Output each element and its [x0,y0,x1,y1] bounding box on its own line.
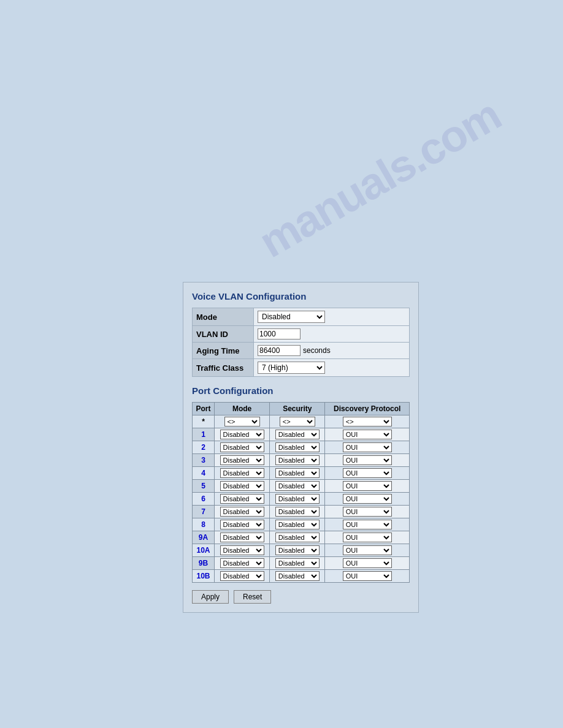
button-row: Apply Reset [192,590,410,604]
table-row: 8 DisabledEnabled DisabledEnabled OUILLD… [193,518,410,531]
mode-select[interactable]: Disabled Enabled [258,311,325,323]
port-security-select[interactable]: DisabledEnabled [275,468,320,478]
port-discovery-select[interactable]: OUILLDPBoth [343,455,392,465]
port-discovery-select[interactable]: OUILLDPBoth [343,571,392,581]
watermark-text: manuals.com [251,89,508,267]
port-security-select[interactable]: DisabledEnabled [275,533,320,542]
aging-time-wrapper: seconds [258,345,405,356]
wildcard-security-select[interactable]: <> Disabled Enabled [280,417,315,427]
port-security-select[interactable]: DisabledEnabled [275,481,320,491]
port-discovery-select[interactable]: OUILLDPBoth [343,545,392,555]
port-discovery-select[interactable]: OUILLDPBoth [343,468,392,478]
table-row: 5 DisabledEnabled DisabledEnabled OUILLD… [193,480,410,493]
traffic-class-select[interactable]: 0 (Low) 1 2 3 4 5 6 7 (High) [258,362,325,374]
port-cell: 4 [193,467,215,480]
port-cell: 7 [193,506,215,518]
port-cell: 8 [193,518,215,531]
col-port: Port [193,403,215,415]
col-discovery: Discovery Protocol [325,403,410,415]
table-row: 7 DisabledEnabled DisabledEnabled OUILLD… [193,506,410,518]
port-discovery-select[interactable]: OUILLDPBoth [343,520,392,529]
table-row: 1 DisabledEnabled DisabledEnabled OUILLD… [193,428,410,441]
voice-vlan-config-table: Mode Disabled Enabled VLAN ID Aging Time… [192,308,410,377]
port-cell: 5 [193,480,215,493]
wildcard-discovery-select[interactable]: <> OUI LLDP Both [343,417,392,427]
port-discovery-select[interactable]: OUILLDPBoth [343,481,392,491]
mode-label: Mode [193,308,254,326]
port-config-title: Port Configuration [192,385,410,396]
port-cell: 10B [193,570,215,583]
table-row: 4 DisabledEnabled DisabledEnabled OUILLD… [193,467,410,480]
port-security-select[interactable]: DisabledEnabled [275,430,320,439]
reset-button[interactable]: Reset [234,590,271,604]
aging-time-input[interactable] [258,345,301,356]
port-discovery-select[interactable]: OUILLDPBoth [343,442,392,452]
port-cell: 9A [193,531,215,544]
traffic-class-label: Traffic Class [193,359,254,377]
aging-time-row: Aging Time seconds [193,343,410,359]
table-row: 9A DisabledEnabled DisabledEnabled OUILL… [193,531,410,544]
table-row: 9B DisabledEnabled DisabledEnabled OUILL… [193,557,410,570]
table-row: 10A DisabledEnabled DisabledEnabled OUIL… [193,544,410,557]
port-discovery-select[interactable]: OUILLDPBoth [343,430,392,439]
main-container: Voice VLAN Configuration Mode Disabled E… [183,282,419,613]
wildcard-mode-select[interactable]: <> Disabled Enabled [224,417,260,427]
col-mode: Mode [215,403,270,415]
port-security-select[interactable]: DisabledEnabled [275,455,320,465]
mode-row: Mode Disabled Enabled [193,308,410,326]
port-mode-select[interactable]: DisabledEnabled [220,430,264,439]
port-cell: 9B [193,557,215,570]
wildcard-port-cell: * [193,415,215,428]
voice-vlan-title: Voice VLAN Configuration [192,291,410,301]
port-security-select[interactable]: DisabledEnabled [275,520,320,529]
port-mode-select[interactable]: DisabledEnabled [220,545,264,555]
port-security-select[interactable]: DisabledEnabled [275,545,320,555]
col-security: Security [270,403,325,415]
port-discovery-select[interactable]: OUILLDPBoth [343,507,392,517]
port-security-select[interactable]: DisabledEnabled [275,558,320,568]
table-row: 6 DisabledEnabled DisabledEnabled OUILLD… [193,493,410,506]
port-cell: 10A [193,544,215,557]
seconds-label: seconds [303,346,331,355]
port-security-select[interactable]: DisabledEnabled [275,507,320,517]
port-mode-select[interactable]: DisabledEnabled [220,468,264,478]
port-mode-select[interactable]: DisabledEnabled [220,455,264,465]
vlan-id-row: VLAN ID [193,326,410,343]
port-mode-select[interactable]: DisabledEnabled [220,571,264,581]
port-mode-select[interactable]: DisabledEnabled [220,533,264,542]
vlan-id-label: VLAN ID [193,326,254,343]
aging-time-label: Aging Time [193,343,254,359]
port-mode-select[interactable]: DisabledEnabled [220,494,264,504]
port-config-table: Port Mode Security Discovery Protocol * … [192,402,410,583]
port-cell: 2 [193,441,215,454]
port-mode-select[interactable]: DisabledEnabled [220,481,264,491]
port-security-select[interactable]: DisabledEnabled [275,442,320,452]
port-cell: 1 [193,428,215,441]
port-cell: 3 [193,454,215,467]
port-mode-select[interactable]: DisabledEnabled [220,442,264,452]
port-discovery-select[interactable]: OUILLDPBoth [343,558,392,568]
vlan-id-input[interactable] [258,328,301,339]
port-discovery-select[interactable]: OUILLDPBoth [343,494,392,504]
port-mode-select[interactable]: DisabledEnabled [220,520,264,529]
port-mode-select[interactable]: DisabledEnabled [220,507,264,517]
port-cell: 6 [193,493,215,506]
wildcard-row: * <> Disabled Enabled <> Disabled Enable… [193,415,410,428]
table-row: 2 DisabledEnabled DisabledEnabled OUILLD… [193,441,410,454]
table-row: 10B DisabledEnabled DisabledEnabled OUIL… [193,570,410,583]
port-mode-select[interactable]: DisabledEnabled [220,558,264,568]
port-discovery-select[interactable]: OUILLDPBoth [343,533,392,542]
table-row: 3 DisabledEnabled DisabledEnabled OUILLD… [193,454,410,467]
port-security-select[interactable]: DisabledEnabled [275,571,320,581]
port-config-header-row: Port Mode Security Discovery Protocol [193,403,410,415]
port-security-select[interactable]: DisabledEnabled [275,494,320,504]
traffic-class-row: Traffic Class 0 (Low) 1 2 3 4 5 6 7 (Hig… [193,359,410,377]
apply-button[interactable]: Apply [192,590,229,604]
